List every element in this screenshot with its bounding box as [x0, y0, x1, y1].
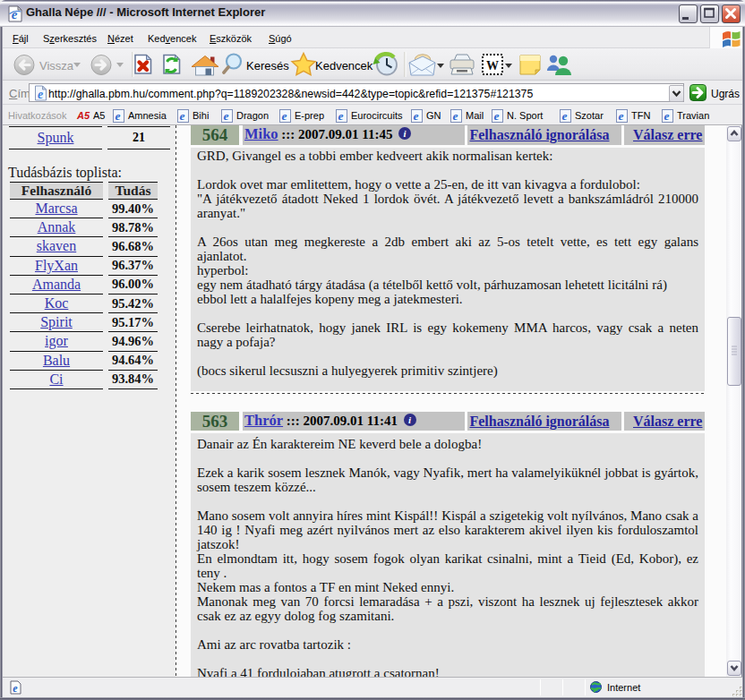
svg-text:W: W [486, 59, 499, 73]
svg-text:e: e [38, 88, 43, 101]
svg-text:e: e [12, 7, 18, 21]
svg-text:e: e [13, 682, 18, 695]
